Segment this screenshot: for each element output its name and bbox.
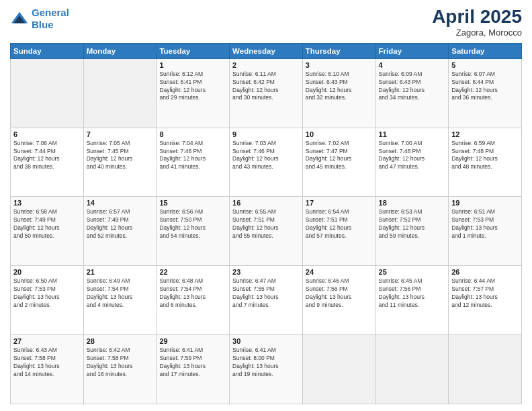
day-cell: 15Sunrise: 6:56 AMSunset: 7:50 PMDayligh… xyxy=(157,197,230,266)
day-number: 3 xyxy=(306,61,373,69)
day-cell: 1Sunrise: 6:12 AMSunset: 6:41 PMDaylight… xyxy=(157,58,230,128)
logo-icon xyxy=(10,9,29,28)
day-number: 30 xyxy=(232,337,300,345)
day-info: Sunrise: 7:06 AMSunset: 7:44 PMDaylight:… xyxy=(13,140,81,172)
month-title: April 2025 xyxy=(432,7,522,28)
day-number: 18 xyxy=(379,199,446,207)
day-info: Sunrise: 6:44 AMSunset: 7:57 PMDaylight:… xyxy=(451,277,519,310)
day-info: Sunrise: 6:55 AMSunset: 7:51 PMDaylight:… xyxy=(232,208,300,240)
day-number: 10 xyxy=(306,130,373,138)
day-number: 5 xyxy=(451,61,519,69)
day-info: Sunrise: 6:46 AMSunset: 7:56 PMDaylight:… xyxy=(306,277,373,310)
day-cell: 21Sunrise: 6:49 AMSunset: 7:54 PMDayligh… xyxy=(83,266,157,335)
day-info: Sunrise: 6:57 AMSunset: 7:49 PMDaylight:… xyxy=(87,208,154,240)
day-cell: 25Sunrise: 6:45 AMSunset: 7:56 PMDayligh… xyxy=(375,266,449,335)
day-number: 9 xyxy=(232,130,300,138)
day-info: Sunrise: 6:50 AMSunset: 7:53 PMDaylight:… xyxy=(13,277,81,310)
day-cell: 23Sunrise: 6:47 AMSunset: 7:55 PMDayligh… xyxy=(230,266,303,335)
day-info: Sunrise: 6:53 AMSunset: 7:52 PMDaylight:… xyxy=(379,208,446,240)
day-number: 16 xyxy=(232,199,300,207)
day-cell: 19Sunrise: 6:51 AMSunset: 7:53 PMDayligh… xyxy=(449,197,522,266)
day-cell: 2Sunrise: 6:11 AMSunset: 6:42 PMDaylight… xyxy=(230,58,303,128)
day-number: 24 xyxy=(306,268,373,276)
day-info: Sunrise: 6:51 AMSunset: 7:53 PMDaylight:… xyxy=(451,208,519,240)
day-number: 13 xyxy=(13,199,81,207)
col-sunday: Sunday xyxy=(11,43,84,58)
day-cell: 16Sunrise: 6:55 AMSunset: 7:51 PMDayligh… xyxy=(230,197,303,266)
day-cell: 26Sunrise: 6:44 AMSunset: 7:57 PMDayligh… xyxy=(449,266,522,335)
day-number: 8 xyxy=(159,130,226,138)
day-info: Sunrise: 7:04 AMSunset: 7:46 PMDaylight:… xyxy=(159,140,226,172)
location: Zagora, Morocco xyxy=(432,28,522,38)
day-info: Sunrise: 6:11 AMSunset: 6:42 PMDaylight:… xyxy=(232,71,300,103)
title-block: April 2025 Zagora, Morocco xyxy=(432,7,522,38)
day-cell xyxy=(302,335,375,404)
day-info: Sunrise: 6:12 AMSunset: 6:41 PMDaylight:… xyxy=(159,71,226,103)
day-info: Sunrise: 6:41 AMSunset: 8:00 PMDaylight:… xyxy=(232,347,300,379)
day-number: 29 xyxy=(159,337,226,345)
day-cell: 5Sunrise: 6:07 AMSunset: 6:44 PMDaylight… xyxy=(449,58,522,128)
day-cell: 3Sunrise: 6:10 AMSunset: 6:43 PMDaylight… xyxy=(302,58,375,128)
day-number: 25 xyxy=(379,268,446,276)
day-cell xyxy=(449,335,522,404)
day-info: Sunrise: 6:47 AMSunset: 7:55 PMDaylight:… xyxy=(232,277,300,310)
day-cell: 7Sunrise: 7:05 AMSunset: 7:45 PMDaylight… xyxy=(83,128,157,197)
calendar-table: Sunday Monday Tuesday Wednesday Thursday… xyxy=(10,43,522,404)
day-number: 17 xyxy=(306,199,373,207)
logo-text: General Blue xyxy=(32,7,69,31)
day-number: 21 xyxy=(87,268,154,276)
day-cell xyxy=(11,58,84,128)
col-monday: Monday xyxy=(83,43,157,58)
day-number: 28 xyxy=(87,337,154,345)
day-cell: 22Sunrise: 6:48 AMSunset: 7:54 PMDayligh… xyxy=(157,266,230,335)
day-number: 11 xyxy=(379,130,446,138)
day-info: Sunrise: 6:10 AMSunset: 6:43 PMDaylight:… xyxy=(306,71,373,103)
day-number: 19 xyxy=(451,199,519,207)
week-row-1: 1Sunrise: 6:12 AMSunset: 6:41 PMDaylight… xyxy=(11,58,522,128)
day-info: Sunrise: 6:07 AMSunset: 6:44 PMDaylight:… xyxy=(451,71,519,103)
day-info: Sunrise: 6:54 AMSunset: 7:51 PMDaylight:… xyxy=(306,208,373,240)
day-cell: 14Sunrise: 6:57 AMSunset: 7:49 PMDayligh… xyxy=(83,197,157,266)
day-info: Sunrise: 6:49 AMSunset: 7:54 PMDaylight:… xyxy=(87,277,154,310)
day-info: Sunrise: 7:03 AMSunset: 7:46 PMDaylight:… xyxy=(232,140,300,172)
day-cell: 8Sunrise: 7:04 AMSunset: 7:46 PMDaylight… xyxy=(157,128,230,197)
day-number: 22 xyxy=(159,268,226,276)
day-cell: 10Sunrise: 7:02 AMSunset: 7:47 PMDayligh… xyxy=(302,128,375,197)
day-number: 6 xyxy=(13,130,81,138)
day-cell xyxy=(375,335,449,404)
day-info: Sunrise: 6:45 AMSunset: 7:56 PMDaylight:… xyxy=(379,277,446,310)
col-saturday: Saturday xyxy=(449,43,522,58)
day-number: 27 xyxy=(13,337,81,345)
day-info: Sunrise: 6:43 AMSunset: 7:58 PMDaylight:… xyxy=(13,347,81,379)
day-cell: 4Sunrise: 6:09 AMSunset: 6:43 PMDaylight… xyxy=(375,58,449,128)
day-cell: 18Sunrise: 6:53 AMSunset: 7:52 PMDayligh… xyxy=(375,197,449,266)
col-wednesday: Wednesday xyxy=(230,43,303,58)
day-info: Sunrise: 6:42 AMSunset: 7:58 PMDaylight:… xyxy=(87,347,154,379)
week-row-4: 20Sunrise: 6:50 AMSunset: 7:53 PMDayligh… xyxy=(11,266,522,335)
day-info: Sunrise: 7:02 AMSunset: 7:47 PMDaylight:… xyxy=(306,140,373,172)
day-info: Sunrise: 6:09 AMSunset: 6:43 PMDaylight:… xyxy=(379,71,446,103)
header: General Blue April 2025 Zagora, Morocco xyxy=(10,7,522,38)
day-cell: 9Sunrise: 7:03 AMSunset: 7:46 PMDaylight… xyxy=(230,128,303,197)
col-tuesday: Tuesday xyxy=(157,43,230,58)
day-info: Sunrise: 6:59 AMSunset: 7:48 PMDaylight:… xyxy=(451,140,519,172)
day-info: Sunrise: 6:56 AMSunset: 7:50 PMDaylight:… xyxy=(159,208,226,240)
day-info: Sunrise: 7:05 AMSunset: 7:45 PMDaylight:… xyxy=(87,140,154,172)
day-number: 14 xyxy=(87,199,154,207)
day-cell: 29Sunrise: 6:41 AMSunset: 7:59 PMDayligh… xyxy=(157,335,230,404)
day-cell: 12Sunrise: 6:59 AMSunset: 7:48 PMDayligh… xyxy=(449,128,522,197)
day-cell: 27Sunrise: 6:43 AMSunset: 7:58 PMDayligh… xyxy=(11,335,84,404)
day-number: 15 xyxy=(159,199,226,207)
day-cell xyxy=(83,58,157,128)
day-cell: 17Sunrise: 6:54 AMSunset: 7:51 PMDayligh… xyxy=(302,197,375,266)
day-number: 2 xyxy=(232,61,300,69)
day-info: Sunrise: 6:48 AMSunset: 7:54 PMDaylight:… xyxy=(159,277,226,310)
day-number: 1 xyxy=(159,61,226,69)
week-row-2: 6Sunrise: 7:06 AMSunset: 7:44 PMDaylight… xyxy=(11,128,522,197)
day-cell: 6Sunrise: 7:06 AMSunset: 7:44 PMDaylight… xyxy=(11,128,84,197)
week-row-3: 13Sunrise: 6:58 AMSunset: 7:49 PMDayligh… xyxy=(11,197,522,266)
day-cell: 11Sunrise: 7:00 AMSunset: 7:48 PMDayligh… xyxy=(375,128,449,197)
day-info: Sunrise: 6:41 AMSunset: 7:59 PMDaylight:… xyxy=(159,347,226,379)
day-cell: 28Sunrise: 6:42 AMSunset: 7:58 PMDayligh… xyxy=(83,335,157,404)
col-friday: Friday xyxy=(375,43,449,58)
